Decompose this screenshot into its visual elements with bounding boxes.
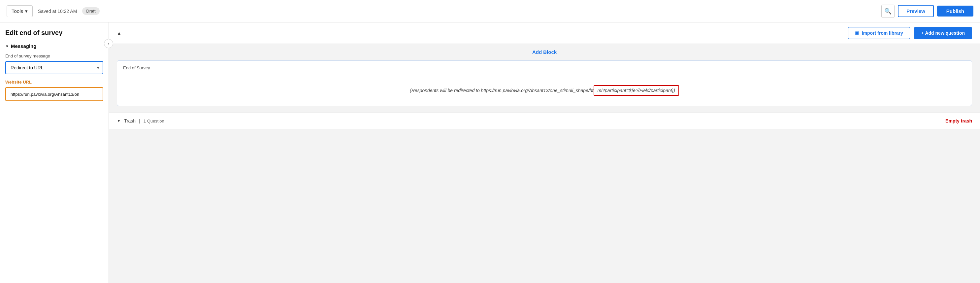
collapse-icon: ‹ [108, 41, 109, 46]
add-block-section: Add Block [109, 44, 980, 61]
preview-label: Preview [907, 8, 925, 14]
draft-badge: Draft [82, 7, 99, 15]
action-bar: ▲ ▣ Import from library + Add new questi… [109, 22, 980, 44]
header-left: Tools ▾ Saved at 10:22 AM Draft [6, 5, 881, 17]
tools-label: Tools [11, 8, 23, 14]
header: Tools ▾ Saved at 10:22 AM Draft 🔍 Previe… [0, 0, 980, 22]
publish-label: Publish [947, 8, 964, 14]
trash-label: Trash [124, 118, 135, 123]
publish-button[interactable]: Publish [937, 6, 974, 16]
main-layout: Edit end of survey ‹ ▼ Messaging End of … [0, 22, 980, 283]
import-from-library-button[interactable]: ▣ Import from library [848, 27, 910, 39]
empty-trash-button[interactable]: Empty trash [945, 118, 972, 123]
page-title: Edit end of survey [5, 29, 103, 37]
preview-button[interactable]: Preview [898, 5, 934, 17]
add-block-button[interactable]: Add Block [532, 49, 557, 55]
survey-block: End of Survey (Respondents will be redir… [117, 61, 972, 106]
header-right: 🔍 Preview Publish [881, 5, 974, 18]
add-question-label: + Add new question [921, 30, 965, 36]
add-block-label: Add Block [532, 49, 557, 55]
survey-block-header: End of Survey [117, 61, 972, 75]
redirect-select[interactable]: Redirect to URL [5, 61, 103, 74]
collapse-arrow-icon[interactable]: ▲ [117, 30, 121, 36]
content-area: ▲ ▣ Import from library + Add new questi… [109, 22, 980, 283]
section-arrow-icon: ▼ [5, 44, 9, 48]
url-input[interactable] [11, 92, 98, 97]
redirect-text-highlight: ml?participant=${e://Field/participant}) [593, 85, 679, 96]
search-button[interactable]: 🔍 [881, 5, 894, 18]
website-url-label: Website URL [5, 80, 103, 85]
search-icon: 🔍 [884, 8, 892, 15]
end-of-survey-label: End of survey message [5, 53, 103, 58]
empty-trash-label: Empty trash [945, 118, 972, 123]
tools-button[interactable]: Tools ▾ [6, 5, 33, 17]
tools-chevron-icon: ▾ [25, 8, 28, 14]
trash-arrow-icon[interactable]: ▼ [117, 118, 121, 123]
redirect-text-before: (Respondents will be redirected to https… [410, 88, 593, 93]
add-new-question-button[interactable]: + Add new question [914, 27, 972, 39]
trash-left: ▼ Trash | 1 Question [117, 118, 164, 123]
trash-count: 1 Question [143, 118, 164, 123]
sidebar-collapse-button[interactable]: ‹ [104, 39, 113, 48]
action-buttons: ▣ Import from library + Add new question [848, 27, 972, 39]
messaging-label: Messaging [11, 43, 37, 49]
import-icon: ▣ [855, 30, 859, 36]
trash-section: ▼ Trash | 1 Question Empty trash [109, 113, 980, 129]
url-input-wrapper [5, 87, 103, 101]
messaging-section-header: ▼ Messaging [5, 43, 103, 49]
trash-separator: | [139, 118, 140, 123]
survey-block-content: (Respondents will be redirected to https… [117, 75, 972, 106]
import-label: Import from library [862, 30, 903, 36]
saved-text: Saved at 10:22 AM [38, 9, 77, 14]
redirect-select-wrapper: Redirect to URL ▾ [5, 61, 103, 74]
sidebar: Edit end of survey ‹ ▼ Messaging End of … [0, 22, 109, 283]
